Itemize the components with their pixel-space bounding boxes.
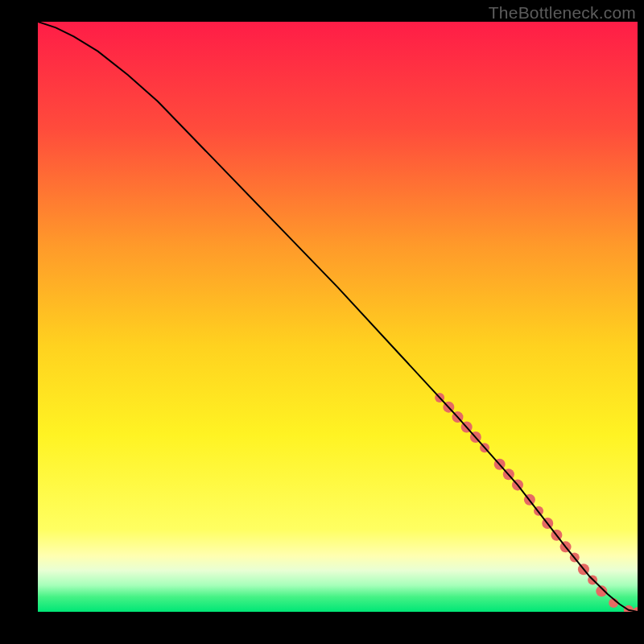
chart-stage: TheBottleneck.com: [0, 0, 644, 644]
attribution-label: TheBottleneck.com: [489, 3, 636, 23]
chart-svg: [38, 22, 638, 612]
plot-area: [38, 22, 638, 612]
